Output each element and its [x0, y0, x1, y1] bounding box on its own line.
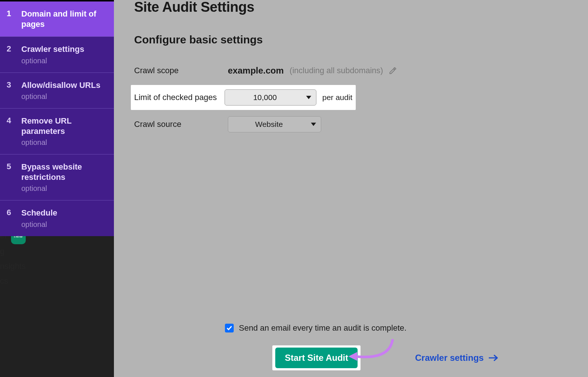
crawler-settings-link[interactable]: Crawler settings — [415, 353, 498, 363]
settings-form: Crawl scope example.com (including all s… — [134, 62, 588, 133]
footer: Send an email every time an audit is com… — [114, 323, 588, 370]
step-optional: optional — [21, 220, 107, 229]
bg-nav-item: g — [0, 244, 66, 259]
page-title: Site Audit Settings — [134, 0, 588, 15]
email-checkbox[interactable] — [225, 324, 234, 332]
start-site-audit-button[interactable]: Start Site Audit — [275, 348, 358, 368]
step-allow-disallow[interactable]: 3 Allow/disallow URLs optional — [0, 72, 114, 109]
step-optional: optional — [21, 92, 107, 101]
limit-select[interactable]: 10,000 — [225, 89, 316, 106]
section-heading: Configure basic settings — [134, 33, 588, 46]
action-row: Start Site Audit Crawler settings — [225, 345, 588, 370]
step-label: Domain and limit of pages — [21, 9, 107, 29]
step-crawler-settings[interactable]: 2 Crawler settings optional — [0, 36, 114, 72]
next-link-label: Crawler settings — [415, 353, 484, 363]
step-number: 1 — [7, 9, 21, 29]
step-label: Allow/disallow URLs — [21, 80, 107, 90]
step-domain-limit[interactable]: 1 Domain and limit of pages — [0, 1, 114, 36]
crawl-source-label: Crawl source — [134, 120, 228, 129]
main-panel: Site Audit Settings Configure basic sett… — [114, 0, 588, 377]
start-button-highlight: Start Site Audit — [272, 345, 361, 370]
email-checkbox-row: Send an email every time an audit is com… — [225, 323, 588, 333]
crawl-scope-label: Crawl scope — [134, 66, 228, 75]
wizard-sidebar: 1 Domain and limit of pages 2 Crawler se… — [0, 0, 114, 236]
bg-nav-item: nsights — [0, 259, 66, 274]
step-number: 5 — [7, 162, 21, 193]
step-number: 6 — [7, 208, 21, 229]
crawl-subdomains-hint: (including all subdomains) — [290, 66, 383, 75]
step-label: Remove URL parameters — [21, 116, 107, 136]
step-number: 4 — [7, 116, 21, 147]
crawl-source-row: Crawl source Website — [134, 116, 588, 133]
step-remove-url-params[interactable]: 4 Remove URL parameters optional — [0, 108, 114, 154]
step-number: 2 — [7, 44, 21, 65]
limit-label: Limit of checked pages — [134, 93, 225, 102]
step-schedule[interactable]: 6 Schedule optional — [0, 200, 114, 236]
step-optional: optional — [21, 138, 107, 147]
step-label: Bypass website restrictions — [21, 162, 107, 182]
arrow-right-icon — [489, 355, 498, 361]
crawl-domain-value: example.com — [228, 65, 284, 76]
step-bypass-restrictions[interactable]: 5 Bypass website restrictions optional — [0, 154, 114, 200]
crawl-source-select[interactable]: Website — [228, 116, 321, 132]
step-label: Crawler settings — [21, 44, 107, 54]
step-number: 3 — [7, 80, 21, 101]
step-label: Schedule — [21, 208, 107, 218]
limit-row: Limit of checked pages 10,000 per audit — [131, 85, 356, 110]
step-optional: optional — [21, 57, 107, 65]
bg-nav-item: cs — [0, 274, 66, 288]
crawl-scope-row: Crawl scope example.com (including all s… — [134, 62, 588, 79]
per-audit-text: per audit — [322, 93, 352, 102]
pencil-icon[interactable] — [389, 67, 397, 75]
email-checkbox-label: Send an email every time an audit is com… — [239, 323, 406, 333]
step-optional: optional — [21, 184, 107, 193]
